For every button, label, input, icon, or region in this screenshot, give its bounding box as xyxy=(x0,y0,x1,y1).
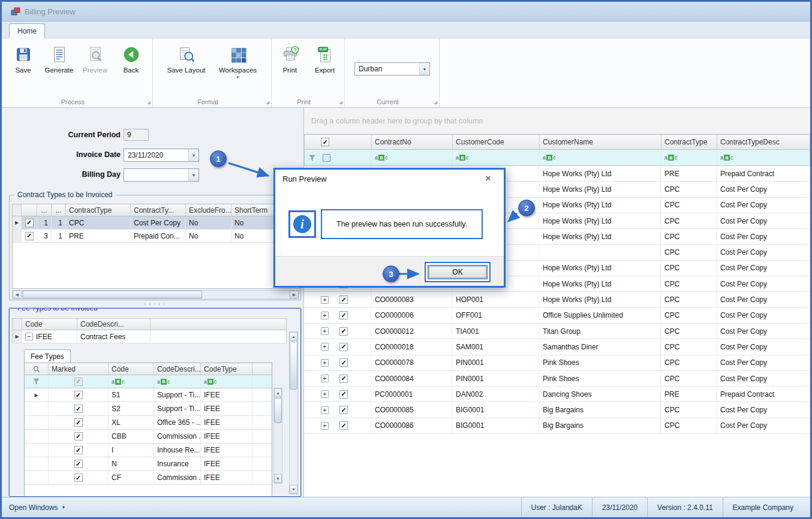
print-button[interactable]: ? Print xyxy=(275,42,306,93)
row-checkbox[interactable]: ✓ xyxy=(74,432,83,440)
column-header-contracttypedesc[interactable]: ContractTy... xyxy=(131,204,186,216)
column-header-code[interactable]: Code xyxy=(22,319,77,330)
column-header-code[interactable]: Code xyxy=(109,363,154,375)
filter-checkbox[interactable]: ✓ xyxy=(74,378,83,386)
row-checkbox[interactable]: ✓ xyxy=(74,405,83,413)
text-filter-icon[interactable]: aBc xyxy=(664,155,678,161)
fee-group-row[interactable]: ▶ −IFEE Contract Fees xyxy=(12,330,287,343)
scroll-left-icon[interactable]: ◀ xyxy=(13,291,22,298)
row-checkbox[interactable]: ✓ xyxy=(339,375,348,383)
row-checkbox[interactable]: ✓ xyxy=(25,219,34,227)
expand-icon[interactable]: + xyxy=(321,422,329,430)
group-launcher-icon[interactable]: ◢ xyxy=(434,100,437,105)
billing-day-select[interactable]: ▼ xyxy=(124,168,199,182)
table-row[interactable]: + ✓ CO0000078 PIN0001 Pink Shoes CPC Cos… xyxy=(304,355,810,371)
column-header-codedesc[interactable]: CodeDescri... xyxy=(154,363,201,375)
column-header-customercode[interactable]: CustomerCode xyxy=(453,135,540,149)
table-row[interactable]: + ✓ CO0000086 BIG0001 Big Bargains CPC C… xyxy=(304,418,810,434)
fee-type-row[interactable]: ▶ ✓ S1 Support - Ti... IFEE xyxy=(25,388,272,402)
fee-types-tab[interactable]: Fee Types xyxy=(24,349,71,363)
column-header-dots[interactable]: ... xyxy=(52,204,66,216)
scroll-right-icon[interactable]: ▶ xyxy=(290,291,299,298)
checkbox-filter-icon[interactable] xyxy=(323,154,330,162)
save-layout-button[interactable]: Save Layout xyxy=(162,42,211,93)
fee-filter-row[interactable]: ✓ aBc aBc aBc xyxy=(25,375,272,388)
row-checkbox[interactable]: ✓ xyxy=(74,446,83,454)
scroll-down-icon[interactable]: ▼ xyxy=(274,474,282,483)
column-header-dots[interactable]: ... xyxy=(37,204,52,216)
column-header-codetype[interactable]: CodeType xyxy=(201,363,252,375)
export-button[interactable]: XLSX Export xyxy=(308,42,342,93)
fee-type-row[interactable]: ✓ I Inhouse Re... IFEE xyxy=(25,443,272,457)
row-checkbox[interactable]: ✓ xyxy=(74,473,83,482)
column-header-customername[interactable]: CustomerName xyxy=(540,135,661,149)
search-icon[interactable] xyxy=(33,366,40,373)
row-checkbox[interactable]: ✓ xyxy=(25,232,34,240)
column-header-marked[interactable] xyxy=(22,204,37,216)
column-header-exclude[interactable]: ExcludeFro... xyxy=(186,204,231,216)
table-row[interactable]: + ✓ CO0000083 HOP001 Hope Works (Pty) Lt… xyxy=(304,292,810,307)
tab-home[interactable]: Home xyxy=(9,23,45,38)
invoice-date-select[interactable]: 23/11/2020 ▼ xyxy=(124,149,199,162)
close-icon[interactable]: × xyxy=(480,173,497,184)
scroll-thumb[interactable] xyxy=(290,342,297,390)
row-checkbox[interactable]: ✓ xyxy=(74,418,83,427)
contract-type-row[interactable]: ▶ ✓ 1 1 CPC Cost Per Copy No No xyxy=(13,216,299,230)
text-filter-icon[interactable]: aBc xyxy=(112,379,125,385)
text-filter-icon[interactable]: aBc xyxy=(157,379,170,385)
expand-icon[interactable]: + xyxy=(321,343,329,351)
expand-icon[interactable]: + xyxy=(321,312,329,319)
fee-type-row[interactable]: ✓ S2 Support - Ti... IFEE xyxy=(25,402,272,416)
text-filter-icon[interactable]: aBc xyxy=(456,155,469,161)
row-checkbox[interactable]: ✓ xyxy=(339,311,348,319)
row-checkbox[interactable]: ✓ xyxy=(339,327,348,336)
scroll-up-icon[interactable]: ▲ xyxy=(290,332,297,341)
table-row[interactable]: + ✓ CO0000018 SAM001 Samanthas Diner CPC… xyxy=(304,339,810,355)
table-row[interactable]: + ✓ CO0000085 BIG0001 Big Bargains CPC C… xyxy=(304,402,810,418)
fee-type-row[interactable]: ✓ CBB Commission ... IFEE xyxy=(25,430,272,443)
expand-icon[interactable]: + xyxy=(321,406,329,414)
column-header-contracttypedesc[interactable]: ContractTypeDesc xyxy=(717,135,810,149)
select-all-checkbox[interactable]: ✓ xyxy=(321,138,329,146)
expand-icon[interactable]: + xyxy=(321,390,329,398)
collapse-icon[interactable]: − xyxy=(25,333,33,340)
fee-type-row[interactable]: ✓ XL Office 365 - ... IFEE xyxy=(25,416,272,430)
group-launcher-icon[interactable]: ◢ xyxy=(339,100,342,105)
select-all-header[interactable]: ✓ xyxy=(305,135,372,149)
current-branch-select[interactable]: Durban ▼ xyxy=(354,62,430,76)
group-launcher-icon[interactable]: ◢ xyxy=(266,100,269,105)
table-row[interactable]: + ✓ CO0000084 PIN0001 Pink Shoes CPC Cos… xyxy=(304,371,810,387)
group-launcher-icon[interactable]: ◢ xyxy=(148,100,151,105)
column-header-codedesc[interactable]: CodeDescri... xyxy=(77,319,151,330)
row-checkbox[interactable]: ✓ xyxy=(74,460,83,468)
expand-icon[interactable]: + xyxy=(321,375,329,382)
text-filter-icon[interactable]: aBc xyxy=(543,155,556,161)
scroll-thumb[interactable] xyxy=(274,398,282,423)
column-header-contracttype[interactable]: ContractType xyxy=(66,204,131,216)
row-checkbox[interactable]: ✓ xyxy=(74,391,83,399)
fee-type-row[interactable]: ✓ CF Commission ... IFEE xyxy=(25,471,272,485)
splitter-grip[interactable]: • • • • • xyxy=(9,302,301,306)
text-filter-icon[interactable]: aBc xyxy=(204,379,217,385)
row-checkbox[interactable]: ✓ xyxy=(339,390,348,399)
workspaces-button[interactable]: Workspaces ▼ xyxy=(213,42,263,93)
column-header-shortterm[interactable]: ShortTerm xyxy=(231,204,277,216)
expand-icon[interactable]: + xyxy=(321,296,329,304)
fee-types-vscrollbar[interactable]: ▲ ▼ xyxy=(289,331,298,494)
text-filter-icon[interactable]: aBc xyxy=(720,155,733,161)
column-header-marked[interactable]: Marked xyxy=(49,363,109,375)
row-checkbox[interactable]: ✓ xyxy=(339,295,348,304)
open-windows-button[interactable]: Open Windows ▼ xyxy=(9,503,65,512)
scroll-thumb[interactable] xyxy=(22,291,202,298)
expand-icon[interactable]: + xyxy=(321,359,329,367)
generate-button[interactable]: Generate xyxy=(43,42,76,93)
fee-type-row[interactable]: ✓ N Insurance IFEE xyxy=(25,457,272,471)
scroll-down-icon[interactable]: ▼ xyxy=(290,485,297,494)
contracts-filter-row[interactable]: aBc aBc aBc aBc aBc xyxy=(304,150,810,166)
contract-types-hscrollbar[interactable]: ◀ ▶ xyxy=(12,290,299,299)
expand-icon[interactable]: + xyxy=(321,327,329,335)
fee-detail-vscrollbar[interactable]: ▲ ▼ xyxy=(273,388,282,484)
text-filter-icon[interactable]: aBc xyxy=(375,155,388,161)
back-button[interactable]: Back xyxy=(115,42,148,93)
column-header-contractno[interactable]: ContractNo xyxy=(372,135,453,149)
